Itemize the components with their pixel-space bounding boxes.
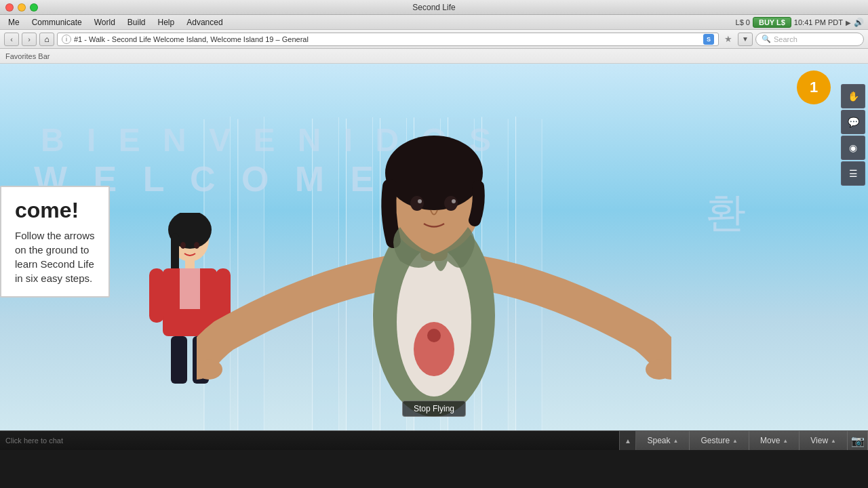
- search-icon: 🔍: [762, 35, 771, 43]
- speak-label: Speak: [647, 436, 670, 445]
- search-placeholder: Search: [774, 35, 797, 43]
- favorites-label: Favorites Bar: [5, 52, 50, 60]
- minimize-button[interactable]: [18, 3, 26, 12]
- gesture-label: Gesture: [701, 436, 730, 445]
- info-icon: i: [62, 35, 71, 44]
- system-bar: L$ 0 BUY L$ 10:41 PM PDT ▶ 🔊: [732, 15, 868, 30]
- right-panel: ✋ 💬 ◉ ☰: [841, 64, 868, 430]
- svg-point-21: [418, 199, 422, 203]
- main-avatar: [197, 78, 671, 430]
- welcome-board-description: Follow the arrowson the ground tolearn S…: [15, 228, 95, 285]
- welcome-board-title: come!: [15, 198, 95, 223]
- sound-icon[interactable]: 🔊: [854, 18, 864, 27]
- nav-extra-button[interactable]: ▼: [738, 33, 753, 46]
- maximize-button[interactable]: [30, 3, 38, 12]
- move-button[interactable]: Move ▲: [749, 431, 800, 450]
- navbar: ‹ › ⌂ i #1 - Walk - Second Life Welcome …: [0, 30, 868, 49]
- svg-rect-2: [171, 233, 179, 274]
- back-button[interactable]: ‹: [4, 33, 19, 46]
- menu-item-advanced[interactable]: Advanced: [181, 16, 228, 28]
- move-label: Move: [760, 436, 780, 445]
- expand-icon[interactable]: ▶: [846, 19, 851, 26]
- svg-point-15: [427, 329, 441, 342]
- chat-input[interactable]: [0, 431, 620, 450]
- close-button[interactable]: [5, 3, 14, 12]
- search-bar[interactable]: 🔍 Search: [755, 33, 864, 46]
- move-arrow-icon: ▲: [783, 438, 788, 444]
- right-tab-hand[interactable]: ✋: [841, 84, 865, 108]
- svg-point-22: [452, 199, 456, 203]
- menu-item-help[interactable]: Help: [153, 16, 180, 28]
- korean-char: 환: [705, 186, 746, 241]
- right-tab-settings[interactable]: ☰: [841, 161, 865, 186]
- view-arrow-icon: ▲: [831, 438, 836, 444]
- notification-badge[interactable]: 1: [797, 70, 831, 104]
- svg-point-20: [444, 196, 458, 211]
- buy-linden-button[interactable]: BUY L$: [753, 17, 791, 28]
- address-bar[interactable]: i #1 - Walk - Second Life Welcome Island…: [57, 33, 719, 46]
- gesture-arrow-icon: ▲: [732, 438, 738, 444]
- svg-point-10: [180, 242, 186, 249]
- svg-point-19: [410, 196, 424, 211]
- svg-rect-3: [185, 259, 195, 270]
- home-button[interactable]: ⌂: [39, 33, 54, 46]
- titlebar: Second Life L$ 0 BUY L$ 10:41 PM PDT ▶ 🔊: [0, 0, 868, 15]
- svg-rect-8: [171, 336, 187, 384]
- menu-item-world[interactable]: World: [89, 16, 121, 28]
- gesture-button[interactable]: Gesture ▲: [690, 431, 749, 450]
- menu-item-me[interactable]: Me: [3, 16, 25, 28]
- view-label: View: [810, 436, 828, 445]
- svg-point-18: [385, 136, 483, 210]
- stop-flying-button[interactable]: Stop Flying: [402, 401, 466, 417]
- site-badge: S: [703, 34, 714, 45]
- welcome-board: come! Follow the arrowson the ground tol…: [0, 186, 110, 298]
- camera-button[interactable]: 📷: [848, 431, 868, 450]
- linden-balance: L$ 0: [736, 18, 750, 26]
- chat-expand-button[interactable]: ▲: [620, 431, 636, 450]
- address-text: #1 - Walk - Second Life Welcome Island, …: [74, 35, 701, 43]
- window-title: Second Life: [412, 3, 455, 12]
- forward-button[interactable]: ›: [22, 33, 37, 46]
- menu-item-build[interactable]: Build: [122, 16, 151, 28]
- bottombar: ▲ Speak ▲ Gesture ▲ Move ▲ View ▲ 📷: [0, 430, 868, 450]
- speak-arrow-icon: ▲: [673, 438, 678, 444]
- bookmark-button[interactable]: ★: [722, 33, 735, 46]
- menu-item-communicate[interactable]: Communicate: [26, 16, 87, 28]
- view-button[interactable]: View ▲: [800, 431, 848, 450]
- viewport[interactable]: B I E N V E N I D O S W E L C O M E 환 co…: [0, 64, 868, 430]
- svg-rect-6: [149, 268, 164, 323]
- right-tab-alerts[interactable]: ◉: [841, 136, 865, 160]
- right-tab-chat[interactable]: 💬: [841, 110, 865, 134]
- window-controls: [5, 3, 38, 12]
- speak-button[interactable]: Speak ▲: [636, 431, 690, 450]
- favorites-bar: Favorites Bar: [0, 49, 868, 64]
- notification-count: 1: [810, 79, 818, 96]
- time-display: 10:41 PM PDT: [794, 18, 843, 26]
